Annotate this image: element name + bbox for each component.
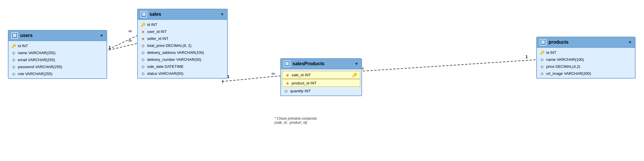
table-products-icon <box>540 39 546 45</box>
diamond-icon: ◇ <box>540 64 544 69</box>
svg-rect-19 <box>142 15 146 16</box>
svg-rect-17 <box>142 13 146 13</box>
diamond-icon: ◇ <box>141 43 145 48</box>
key-badge: 🔑 <box>352 72 357 77</box>
svg-rect-25 <box>541 43 545 44</box>
table-sales-name: sales <box>149 12 218 17</box>
table-salesproducts-header: salesProducts ▼ <box>281 59 361 69</box>
field-sales-id-text: id INT <box>147 22 157 27</box>
field-users-password: ◇ password VARCHAR(255) <box>8 63 107 70</box>
field-products-urlimage: ◇ url_image VARCHAR(200) <box>537 70 635 77</box>
field-products-id-text: id INT <box>546 50 556 55</box>
svg-line-1 <box>105 43 139 51</box>
table-sales[interactable]: sales ▼ 🔑 id INT ◈ user_id INT ◈ seller_… <box>137 9 228 79</box>
table-salesproducts[interactable]: salesProducts ▼ ◈ sale_id INT 🔑 ◈ produc… <box>280 58 362 96</box>
svg-rect-20 <box>285 62 289 63</box>
field-sales-deliveryaddress: ◇ delivery_address VARCHAR(100) <box>138 49 227 56</box>
field-users-name: ◇ name VARCHAR(255) <box>8 49 107 56</box>
field-sp-saleid-text: sale_id INT <box>292 73 311 77</box>
field-users-role-text: role VARCHAR(255) <box>18 72 52 76</box>
table-sales-header: sales ▼ <box>138 9 227 20</box>
diamond-icon: ◇ <box>540 71 544 76</box>
fk-icon: ◈ <box>285 81 290 85</box>
field-products-name-text: name VARCHAR(100) <box>546 57 584 62</box>
diamond-icon: ◇ <box>141 57 145 62</box>
field-sales-sellerid-text: seller_id INT <box>147 36 168 41</box>
svg-line-10 <box>359 60 537 71</box>
diamond-icon: ◇ <box>540 57 544 62</box>
field-sales-userid: ◈ user_id INT <box>138 28 227 35</box>
field-users-password-text: password VARCHAR(255) <box>18 65 62 69</box>
svg-rect-14 <box>13 34 16 35</box>
diamond-icon: ◇ <box>141 71 145 76</box>
field-users-id: 🔑 id INT <box>8 42 107 49</box>
field-sp-quantity-text: quantity INT <box>290 89 311 93</box>
svg-text:∞: ∞ <box>128 29 132 33</box>
table-salesproducts-body: ◈ sale_id INT 🔑 ◈ product_id INT ◇ quant… <box>281 69 361 95</box>
field-products-price: ◇ price DECIMAL(4,2) <box>537 63 635 70</box>
key-icon: 🔑 <box>11 43 16 48</box>
svg-rect-18 <box>142 14 146 15</box>
diamond-icon: ◇ <box>11 71 16 76</box>
field-sp-productid-text: product_id INT <box>292 81 316 85</box>
table-users-body: 🔑 id INT ◇ name VARCHAR(255) ◇ email VAR… <box>8 41 107 78</box>
fk-icon: ◈ <box>285 72 290 77</box>
table-sales-icon <box>141 11 147 17</box>
svg-text:∞: ∞ <box>128 38 132 43</box>
svg-rect-16 <box>13 36 16 37</box>
table-products[interactable]: products ▼ 🔑 id INT ◇ name VARCHAR(100) … <box>536 37 636 79</box>
field-products-name: ◇ name VARCHAR(100) <box>537 56 635 63</box>
field-sales-totalprice-text: total_price DECIMAL(9, 2) <box>147 43 192 48</box>
table-users[interactable]: users ▼ 🔑 id INT ◇ name VARCHAR(255) ◇ e… <box>8 30 107 79</box>
diamond-icon: ◇ <box>141 50 145 55</box>
table-users-header: users ▼ <box>8 31 107 41</box>
table-sales-dropdown[interactable]: ▼ <box>220 12 224 17</box>
svg-rect-21 <box>285 63 289 64</box>
field-products-id: 🔑 id INT <box>537 49 635 56</box>
table-users-name: users <box>20 33 97 38</box>
table-sales-body: 🔑 id INT ◈ user_id INT ◈ seller_id INT ◇… <box>138 20 227 78</box>
svg-text:1: 1 <box>109 45 111 50</box>
table-users-dropdown[interactable]: ▼ <box>100 33 104 38</box>
field-sales-totalprice: ◇ total_price DECIMAL(9, 2) <box>138 42 227 49</box>
diamond-icon: ◇ <box>11 57 16 62</box>
table-salesproducts-icon <box>284 61 290 67</box>
key-icon: 🔑 <box>141 22 145 27</box>
table-salesproducts-dropdown[interactable]: ▼ <box>354 61 358 66</box>
field-products-urlimage-text: url_image VARCHAR(200) <box>546 71 591 76</box>
svg-text:1: 1 <box>525 54 528 59</box>
field-users-email: ◇ email VARCHAR(255) <box>8 56 107 63</box>
field-sales-userid-text: user_id INT <box>147 29 167 34</box>
field-users-id-text: id INT <box>18 44 28 48</box>
svg-text:∞: ∞ <box>271 71 275 76</box>
field-sales-deliverynumber-text: delivery_number VARCHAR(50) <box>147 57 201 62</box>
field-sp-quantity: ◇ quantity INT <box>281 87 361 94</box>
svg-rect-24 <box>541 42 545 43</box>
table-products-header: products ▼ <box>537 37 635 48</box>
field-users-role: ◇ role VARCHAR(255) <box>8 70 107 77</box>
diamond-icon: ◇ <box>284 89 288 93</box>
svg-rect-22 <box>285 64 289 65</box>
field-sales-saledate: ◇ sale_date DATETIME <box>138 63 227 70</box>
table-products-dropdown[interactable]: ▼ <box>628 40 632 45</box>
field-sales-deliverynumber: ◇ delivery_number VARCHAR(50) <box>138 56 227 63</box>
diamond-icon: ◇ <box>11 50 16 55</box>
field-products-price-text: price DECIMAL(4,2) <box>546 64 580 69</box>
svg-rect-15 <box>13 35 16 36</box>
field-users-name-text: name VARCHAR(255) <box>18 51 55 55</box>
field-sales-status: ◇ status VARCHAR(50) <box>138 70 227 77</box>
field-users-email-text: email VARCHAR(255) <box>18 58 55 62</box>
table-products-name: products <box>549 40 626 45</box>
field-sp-saleid: ◈ sale_id INT 🔑 <box>282 71 360 79</box>
field-sales-id: 🔑 id INT <box>138 21 227 28</box>
table-salesproducts-name: salesProducts <box>293 61 352 66</box>
field-sales-deliveryaddress-text: delivery_address VARCHAR(100) <box>147 50 204 55</box>
compound-key-note: * Chave primária composta(sale_id , prod… <box>274 116 317 125</box>
fk-icon: ◈ <box>141 36 145 41</box>
field-sales-saledate-text: sale_date DATETIME <box>147 64 184 69</box>
field-sales-status-text: status VARCHAR(50) <box>147 71 183 76</box>
svg-rect-23 <box>541 40 545 41</box>
field-sp-productid: ◈ product_id INT <box>282 79 360 87</box>
svg-line-0 <box>105 35 139 51</box>
field-sales-sellerid: ◈ seller_id INT <box>138 35 227 42</box>
